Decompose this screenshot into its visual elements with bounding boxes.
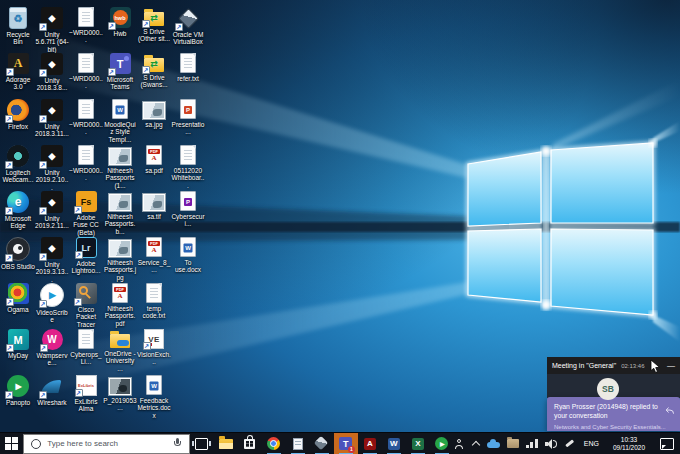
teams-taskbar-button[interactable]: 1 [334, 433, 358, 454]
desktop-icon-exlibris-alma[interactable]: ↗ExLibris Alma [69, 375, 103, 413]
desktop-icon-service-8[interactable]: Service_8_... [137, 237, 171, 274]
desktop-icon-sa-pdf[interactable]: sa.pdf [137, 145, 171, 174]
desktop-icon-sa-jpg[interactable]: sa.jpg [137, 99, 171, 128]
microphone-icon[interactable] [173, 437, 183, 450]
desktop-icon-adorage-3-0[interactable]: ↗Adorage 3.0 [1, 53, 35, 91]
desktop-icon-logitech-webcam[interactable]: ↗Logitech Webcam... [1, 145, 35, 184]
desktop-icon-wireshark[interactable]: ↗Wireshark [35, 375, 69, 406]
desktop-icon-nitheesh-passports-jpg[interactable]: Nitheesh Passports.jpg [103, 237, 137, 281]
reply-icon[interactable] [664, 401, 675, 419]
store-taskbar-button[interactable] [238, 433, 262, 454]
desktop-icon-visionexch[interactable]: ↗VisionExch... [137, 329, 171, 366]
desktop-icon-ogama[interactable]: ↗Ogama [1, 283, 35, 313]
taskbar-clock[interactable]: 10:33 09/11/2020 [608, 436, 650, 452]
desktop-icon-feedback-metrics-docx[interactable]: Feedback Metrics.docx [137, 375, 171, 419]
desktop-icon-label: ExLibris Alma [69, 398, 103, 413]
network-tray-icon[interactable] [526, 439, 538, 448]
desktop-icon-oracle-vm-virtualbox[interactable]: ↗Oracle VM VirtualBox [171, 7, 205, 46]
notepad-taskbar-button[interactable] [286, 433, 310, 454]
shortcut-arrow-badge: ↗ [108, 68, 116, 76]
word-taskbar-button[interactable] [382, 433, 406, 454]
teams-notification-toast[interactable]: Ryan Prosser (2014948) replied to your c… [547, 397, 680, 431]
desktop-icon-s-drive-swans[interactable]: ↗S Drive (Swans... [137, 53, 171, 89]
page-icon [146, 283, 162, 303]
file-explorer-taskbar-button[interactable] [214, 433, 238, 454]
unity-hub-taskbar-button[interactable] [310, 433, 334, 454]
desktop-icon-moodlequiz-style-templ[interactable]: MoodleQuiz Style Templ... [103, 99, 137, 143]
volume-tray-icon[interactable] [545, 439, 557, 449]
start-button[interactable] [0, 433, 23, 454]
desktop-icon-wrd000[interactable]: ~WRD000... [69, 53, 103, 90]
desktop-icon-adobe-fuse-cc-beta[interactable]: ↗Adobe Fuse CC (Beta) [69, 191, 103, 236]
chevron-up-tray-icon[interactable] [472, 440, 480, 448]
page-icon [180, 53, 196, 73]
minimize-button[interactable]: — [667, 362, 675, 370]
net-folder-icon: ↗ [144, 58, 164, 72]
desktop-icon-label: sa.jpg [137, 121, 171, 128]
desktop-icon-label: sa.pdf [137, 167, 171, 174]
onedrive-tray-icon[interactable] [487, 439, 500, 448]
desktop-icon-microsoft-edge[interactable]: ↗Microsoft Edge [1, 191, 35, 230]
desktop-icon-temp-code-txt[interactable]: temp code.txt [137, 283, 171, 320]
excel-taskbar-button[interactable] [406, 433, 430, 454]
desktop-icon-firefox[interactable]: ↗Firefox [1, 99, 35, 130]
desktop-icon-to-use-docx[interactable]: To use.docx [171, 237, 205, 274]
mouse-cursor [650, 359, 661, 378]
desktop-icon-unity-2019-2-10[interactable]: ↗Unity 2019.2.10... [35, 145, 69, 191]
task-view-icon [195, 438, 208, 450]
desktop-icon-cybersecuri[interactable]: Cybersecuri... [171, 191, 205, 228]
desktop-icon-wrd000[interactable]: ~WRD000... [69, 99, 103, 136]
desktop-icon-recycle-bin[interactable]: Recycle Bin [1, 7, 35, 46]
recycle-bin-icon [9, 7, 27, 29]
desktop-icon-panopto[interactable]: ↗Panopto [1, 375, 35, 406]
participant-avatar: SB [597, 378, 619, 400]
unity-icon: ↗ [41, 99, 63, 121]
desktop-icon-videoscribe[interactable]: ↗VideoScribe [35, 283, 69, 324]
shortcut-arrow-badge: ↗ [5, 207, 13, 215]
desktop-icon-wampserve[interactable]: ↗Wampserve... [35, 329, 69, 367]
taskbar-pinned: 1 [190, 433, 454, 454]
desktop-icon-p-2019053[interactable]: P_2019053... [103, 375, 137, 412]
desktop-icon-unity-2019-3-13[interactable]: ↗Unity 2019.3.13... [35, 237, 69, 283]
desktop-icon-unity-2018-3-8[interactable]: ↗Unity 2018.3.8... [35, 53, 69, 92]
desktop-icon-05112020-whiteboar[interactable]: 05112020 Whiteboar... [171, 145, 205, 189]
desktop-icon-sa-tif[interactable]: sa.tif [137, 191, 171, 220]
desktop-icon-wrd000[interactable]: ~WRD000... [69, 7, 103, 44]
people-tray-icon[interactable] [454, 439, 465, 449]
desktop-icon-nitheesh-passports-b[interactable]: Nitheesh Passports.b... [103, 191, 137, 235]
shortcut-arrow-badge: ↗ [5, 161, 13, 169]
desktop-icon-microsoft-teams[interactable]: ↗Microsoft Teams [103, 53, 137, 91]
desktop-icon-unity-2018-3-11[interactable]: ↗Unity 2018.3.11... [35, 99, 69, 138]
desktop-icon-label: Hwb [103, 30, 137, 37]
desktop-icon-onedrive-university[interactable]: OneDrive - University ... [103, 329, 137, 372]
folder-tray-icon[interactable] [507, 439, 519, 448]
desktop-icon-adobe-lightroo[interactable]: ↗Adobe Lightroo... [69, 237, 103, 275]
desktop-icon-cisco-packet-tracer[interactable]: ↗Cisco Packet Tracer [69, 283, 103, 328]
desktop-icon-cyberops-li[interactable]: Cyberops_Li... [69, 329, 103, 366]
excel-icon [412, 438, 424, 450]
chrome-taskbar-button[interactable] [262, 433, 286, 454]
shortcut-arrow-badge: ↗ [39, 115, 47, 123]
desktop-icon-refer-txt[interactable]: refer.txt [171, 53, 205, 82]
task-view-taskbar-button[interactable] [190, 433, 214, 454]
panopto-taskbar-button[interactable] [430, 433, 454, 454]
desktop-icon-wrd000[interactable]: ~WRD000... [69, 145, 103, 182]
system-tray: ENG 10:33 09/11/2020 [454, 433, 680, 454]
action-center-button[interactable] [657, 433, 677, 454]
desktop-icon-obs-studio[interactable]: ↗OBS Studio [1, 237, 35, 270]
desktop-icon-presentatio[interactable]: Presentatio... [171, 99, 205, 136]
taskbar-search[interactable]: Type here to search [23, 434, 190, 454]
desktop-icon-hwb[interactable]: ↗Hwb [103, 7, 137, 37]
file-explorer-icon [219, 439, 233, 449]
acrobat-taskbar-button[interactable] [358, 433, 382, 454]
desktop-icon-myday[interactable]: ↗MyDay [1, 329, 35, 359]
desktop-icon-s-drive-other-sit[interactable]: ↗S Drive (Other sit... [137, 7, 171, 43]
desktop-icon-nitheesh-passports-pdf[interactable]: Nitheesh Passports.pdf [103, 283, 137, 327]
language-indicator[interactable]: ENG [582, 440, 601, 447]
onedrive-folder-icon [110, 334, 130, 348]
desktop-icon-nitheesh-passports-1[interactable]: Nitheesh Passports (1... [103, 145, 137, 189]
pen-tray-icon[interactable] [564, 438, 575, 449]
desktop-icon-unity-2019-2-11[interactable]: ↗Unity 2019.2.11... [35, 191, 69, 230]
unity-icon: ↗ [41, 7, 63, 29]
desktop-icon-unity-5-6-7f1-64-bit[interactable]: ↗Unity 5.6.7f1 (64-bit) [35, 7, 69, 53]
